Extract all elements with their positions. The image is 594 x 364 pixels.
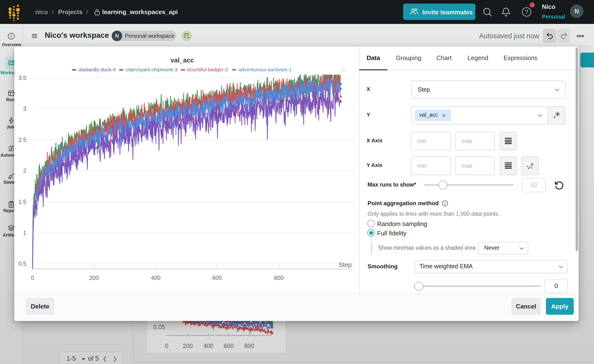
svg-text:1: 1: [23, 229, 26, 236]
svg-text:400: 400: [151, 275, 161, 281]
svg-text:1.5: 1.5: [18, 198, 26, 205]
svg-text:3: 3: [23, 106, 26, 112]
svg-text:Step: Step: [339, 261, 352, 268]
svg-text:600: 600: [212, 275, 222, 281]
svg-text:3.5: 3.5: [18, 75, 26, 81]
svg-text:0.5: 0.5: [18, 260, 26, 267]
svg-text:200: 200: [89, 275, 99, 281]
svg-text:800: 800: [274, 275, 284, 281]
svg-text:2.5: 2.5: [18, 136, 26, 143]
svg-text:2: 2: [23, 167, 26, 174]
svg-text:0: 0: [31, 275, 34, 281]
